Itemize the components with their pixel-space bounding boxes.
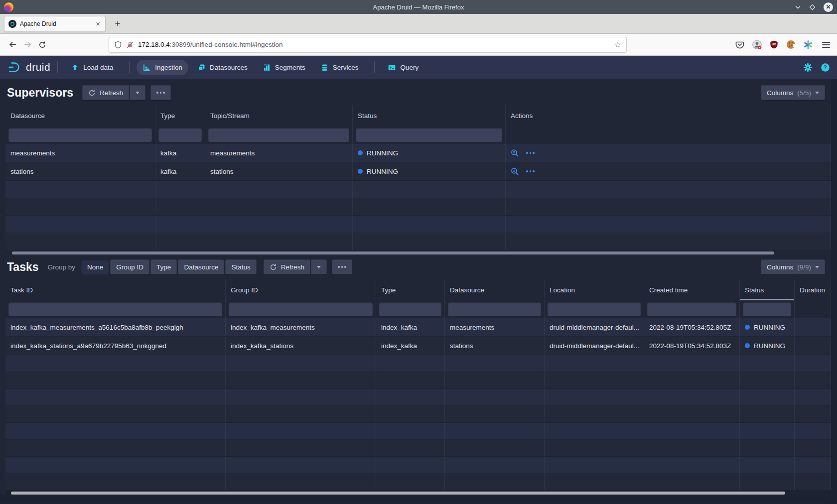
menu-icon[interactable]	[820, 40, 832, 50]
caret-down-icon	[136, 92, 140, 94]
svg-text:?: ?	[824, 64, 827, 70]
ublock-origin-icon[interactable]: UO	[769, 40, 779, 49]
location-filter-input[interactable]	[548, 302, 641, 316]
supervisors-more-button[interactable]	[150, 85, 171, 100]
topic-filter-input[interactable]	[208, 128, 349, 142]
type-filter-input[interactable]	[158, 128, 202, 142]
column-header[interactable]: Actions	[506, 105, 831, 126]
tasks-header: Tasks Group by None Group ID Type Dataso…	[0, 255, 831, 279]
nav-item-query[interactable]: Query	[382, 60, 424, 75]
caret-down-icon	[317, 266, 321, 268]
column-header[interactable]: Datasource	[5, 105, 155, 126]
supervisors-refresh-button[interactable]: Refresh	[82, 85, 129, 100]
firefox-icon	[4, 2, 13, 12]
more-icon	[338, 266, 346, 268]
column-header[interactable]: Task ID	[5, 279, 226, 300]
gear-icon[interactable]	[803, 63, 813, 72]
supervisors-horizontal-scrollbar[interactable]	[5, 251, 831, 255]
nav-item-services[interactable]: Services	[314, 60, 365, 75]
group-by-group-id-button[interactable]: Group ID	[110, 259, 149, 274]
reload-icon[interactable]	[35, 37, 50, 52]
help-icon[interactable]: ?	[821, 63, 830, 72]
column-header[interactable]: Datasource	[445, 279, 545, 300]
supervisors-table: Datasource Type Topic/Stream Status Acti…	[5, 105, 831, 255]
column-header[interactable]: Type	[376, 279, 445, 300]
column-header[interactable]: Location	[545, 279, 644, 300]
supervisors-title: Supervisors	[7, 86, 73, 100]
created-time-filter-input[interactable]	[647, 302, 736, 316]
group-id-filter-input[interactable]	[229, 302, 373, 316]
browser-tab[interactable]: Apache Druid ×	[4, 16, 106, 32]
window-close-icon[interactable]: ✕	[824, 2, 833, 12]
nav-item-ingestion[interactable]: Ingestion	[137, 60, 188, 75]
cookie-extension-icon[interactable]	[786, 39, 796, 50]
type-filter-input[interactable]	[379, 302, 441, 316]
bookmark-star-icon[interactable]: ☆	[614, 40, 621, 49]
more-actions-icon[interactable]	[526, 170, 535, 172]
group-by-status-button[interactable]: Status	[225, 259, 256, 274]
tasks-refresh-dropdown-button[interactable]	[311, 259, 327, 274]
table-row[interactable]: index_kafka_measurements_a5616c5ba8afb8b…	[5, 318, 831, 337]
tab-close-icon[interactable]: ×	[95, 20, 101, 27]
actions-cell	[506, 144, 831, 162]
group-by-type-button[interactable]: Type	[150, 259, 177, 274]
group-by-none-button[interactable]: None	[81, 259, 109, 274]
supervisors-columns-button[interactable]: Columns (5/5)	[761, 85, 825, 100]
druid-brand[interactable]: druid	[7, 60, 50, 75]
column-header[interactable]: Group ID	[226, 279, 376, 300]
nav-separator	[57, 61, 58, 73]
browser-toolbar: 172.18.0.4:30899/unified-console.html#in…	[0, 34, 837, 56]
url-bar[interactable]: 172.18.0.4:30899/unified-console.html#in…	[109, 37, 627, 53]
column-header[interactable]: Status	[353, 105, 506, 126]
more-actions-icon[interactable]	[526, 152, 535, 154]
table-row[interactable]: stations kafka stations RUNNING	[5, 162, 831, 181]
nav-item-segments[interactable]: Segments	[257, 60, 311, 75]
status-filter-input[interactable]	[743, 302, 791, 316]
new-tab-button[interactable]: +	[111, 17, 125, 31]
datasource-filter-input[interactable]	[448, 302, 541, 316]
druid-logo-icon	[7, 60, 22, 75]
svg-text:UO: UO	[772, 42, 776, 46]
status-cell: RUNNING	[353, 144, 506, 162]
magnifying-glass-icon[interactable]	[511, 149, 519, 157]
actions-cell	[506, 162, 831, 180]
insecure-lock-icon[interactable]	[126, 41, 134, 49]
tasks-title: Tasks	[7, 260, 39, 274]
status-filter-input[interactable]	[356, 128, 502, 142]
table-row[interactable]: measurements kafka measurements RUNNING	[5, 144, 831, 162]
status-cell: RUNNING	[740, 318, 795, 336]
url-host: 172.18.0.4	[138, 41, 170, 48]
column-header[interactable]: Created time	[644, 279, 740, 300]
task-id-filter-input[interactable]	[8, 302, 222, 316]
tasks-refresh-button[interactable]: Refresh	[264, 259, 310, 274]
window-minimize-icon[interactable]	[795, 4, 801, 10]
group-by-button-group: None Group ID Type Datasource Status	[81, 259, 257, 274]
group-by-datasource-button[interactable]: Datasource	[178, 259, 224, 274]
column-header[interactable]: Type	[155, 105, 205, 126]
profile-extension-icon[interactable]	[752, 39, 762, 50]
column-header[interactable]: Topic/Stream	[205, 105, 353, 126]
supervisors-refresh-dropdown-button[interactable]	[130, 85, 145, 100]
status-cell: RUNNING	[353, 162, 506, 180]
magnifying-glass-icon[interactable]	[511, 167, 519, 176]
tasks-horizontal-scrollbar[interactable]	[5, 491, 831, 496]
tasks-more-button[interactable]	[332, 259, 352, 274]
table-row[interactable]: index_kafka_stations_a9a679b22795b63_nnk…	[5, 337, 831, 355]
bottom-spacer	[0, 496, 831, 504]
pocket-icon[interactable]	[735, 40, 745, 50]
nav-item-datasources[interactable]: Datasources	[191, 60, 254, 75]
back-icon[interactable]	[5, 37, 20, 52]
column-header-sorted[interactable]: Status	[740, 279, 795, 300]
vertical-scrollbar-gutter[interactable]	[831, 79, 837, 504]
tracking-shield-icon[interactable]	[114, 41, 122, 49]
druid-navbar: druid Load data Ingestion Datasources	[0, 56, 837, 79]
window-maximize-icon[interactable]	[809, 4, 816, 10]
nav-item-load-data[interactable]: Load data	[65, 60, 119, 75]
ingestion-view: Supervisors Refresh Colu	[0, 79, 831, 504]
forward-icon[interactable]	[20, 37, 35, 52]
empty-row	[5, 355, 831, 372]
column-header[interactable]: Duration	[795, 279, 831, 300]
datasource-filter-input[interactable]	[8, 128, 152, 142]
tasks-columns-button[interactable]: Columns (9/9)	[761, 259, 825, 274]
asterisk-extension-icon[interactable]	[803, 40, 813, 50]
